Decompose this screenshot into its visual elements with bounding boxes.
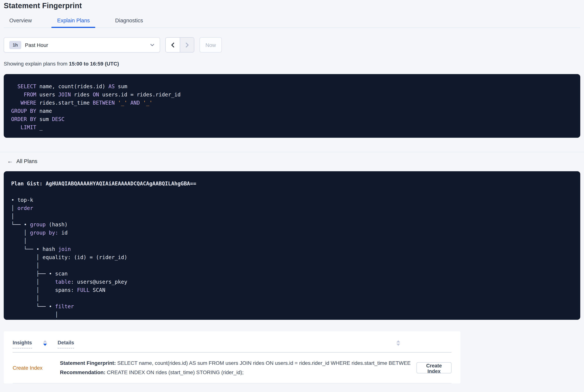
prev-range-button[interactable] xyxy=(166,38,180,52)
statement-sql-box: SELECT name, count(rides.id) AS sum FROM… xyxy=(4,74,580,138)
column-header-insights[interactable]: Insights xyxy=(13,340,32,348)
sort-up-arrow xyxy=(396,340,400,342)
plan-tree-line: • top-k xyxy=(11,196,573,204)
plan-tree-line: │ xyxy=(11,237,573,245)
time-range-badge: 1h xyxy=(9,41,21,49)
sort-down-arrow xyxy=(396,344,400,346)
plan-tree-line: │ order xyxy=(11,204,573,212)
plan-tree-line: ├── • scan xyxy=(11,270,573,278)
sql-line: GROUP BY name xyxy=(11,107,573,115)
showing-range-text: Showing explain plans from 15:00 to 16:5… xyxy=(4,61,580,67)
all-plans-label: All Plans xyxy=(16,158,37,164)
insights-table-header: Insights Details xyxy=(4,331,460,352)
plan-tree-line: └── • filter xyxy=(11,302,573,310)
column-header-details[interactable]: Details xyxy=(58,340,74,348)
all-plans-link[interactable]: ← All Plans xyxy=(4,158,37,164)
blank-line xyxy=(11,188,573,196)
plan-gist-box: Plan Gist: AgHUAQIABQAAAAHYAQIAiAEAAAADC… xyxy=(4,171,580,320)
chevron-left-icon xyxy=(171,42,174,48)
sql-line: LIMIT _ xyxy=(11,123,573,132)
recommendation-label: Recommendation: xyxy=(60,369,105,375)
plan-tree-line: └── • hash join xyxy=(11,245,573,253)
table-row: Create Index Statement Fingerprint: SELE… xyxy=(4,352,460,383)
plan-tree-line: │ xyxy=(11,319,573,320)
sort-up-arrow xyxy=(43,340,47,342)
plan-tree-line: │ xyxy=(11,310,573,319)
fingerprint-label: Statement Fingerprint: xyxy=(60,360,116,366)
sql-line: ORDER BY sum DESC xyxy=(11,115,573,123)
chevron-right-icon xyxy=(185,42,189,48)
tab-overview[interactable]: Overview xyxy=(4,17,37,28)
plan-tree-line: └── • group (hash) xyxy=(11,220,573,228)
insight-cell: Create Index xyxy=(13,364,60,371)
sql-line: FROM users JOIN rides ON users.id = ride… xyxy=(11,90,573,99)
chevron-down-icon xyxy=(150,43,154,46)
page-title: Statement Fingerprint xyxy=(4,0,580,10)
tab-explain-plans[interactable]: Explain Plans xyxy=(51,17,95,28)
plan-tree-line: │ xyxy=(11,212,573,220)
tab-bar: Overview Explain Plans Diagnostics xyxy=(4,16,580,28)
now-button[interactable]: Now xyxy=(199,37,222,52)
plan-tree-line: │ xyxy=(11,294,573,302)
showing-prefix: Showing explain plans from xyxy=(4,61,69,67)
page-root: Statement Fingerprint Overview Explain P… xyxy=(0,0,584,392)
sql-line: WHERE rides.start_time BETWEEN '_' AND '… xyxy=(11,99,573,107)
plan-tree-line: │ table: users@users_pkey xyxy=(11,278,573,286)
time-range-label: Past Hour xyxy=(25,42,48,48)
plan-gist: Plan Gist: AgHUAQIABQAAAAHYAQIAiAEAAAADC… xyxy=(11,180,573,188)
showing-range: 15:00 to 16:59 (UTC) xyxy=(69,61,119,67)
section-divider xyxy=(0,152,584,152)
next-range-button[interactable] xyxy=(180,38,194,52)
create-index-button[interactable]: Create Index xyxy=(417,362,452,374)
time-pager xyxy=(165,37,194,52)
insights-table: Insights Details Create Index State xyxy=(4,331,460,384)
row-divider xyxy=(13,383,452,384)
tab-diagnostics[interactable]: Diagnostics xyxy=(110,17,149,28)
details-cell: Statement Fingerprint: SELECT name, coun… xyxy=(60,358,411,377)
plan-tree-line: │ spans: FULL SCAN xyxy=(11,286,573,294)
plan-tree-line: │ group by: id xyxy=(11,228,573,237)
sort-down-arrow xyxy=(43,344,47,346)
insight-type-link[interactable]: Create Index xyxy=(13,365,42,371)
fingerprint-value: SELECT name, count(rides.id) AS sum FROM… xyxy=(116,360,411,366)
sql-line: SELECT name, count(rides.id) AS sum xyxy=(11,82,573,90)
back-arrow-icon: ← xyxy=(7,158,13,164)
recommendation-text: Recommendation: CREATE INDEX ON rides (s… xyxy=(60,368,411,377)
statement-fingerprint-text: Statement Fingerprint: SELECT name, coun… xyxy=(60,358,411,368)
sort-icon-insights[interactable] xyxy=(43,340,47,346)
sort-icon-actions[interactable] xyxy=(396,340,400,346)
time-toolbar: 1h Past Hour Now xyxy=(4,37,580,52)
recommendation-value: CREATE INDEX ON rides (start_time) STORI… xyxy=(105,369,244,375)
plan-tree-line: │ equality: (id) = (rider_id) xyxy=(11,253,573,261)
time-range-select[interactable]: 1h Past Hour xyxy=(4,37,160,52)
plan-tree-line: │ xyxy=(11,261,573,270)
